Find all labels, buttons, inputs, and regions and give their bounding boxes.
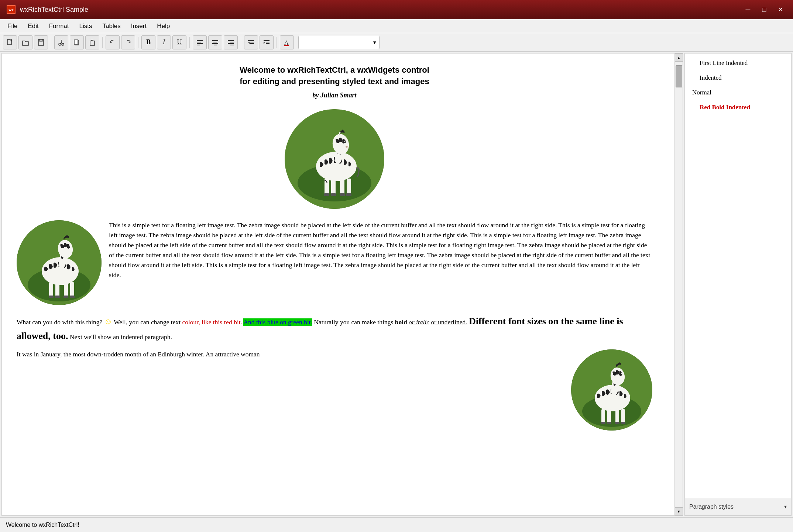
svg-point-55 (69, 246, 69, 247)
menu-edit[interactable]: Edit (23, 21, 43, 31)
undo-button[interactable] (106, 35, 120, 49)
svg-rect-43 (331, 179, 336, 195)
svg-marker-28 (248, 42, 250, 44)
style-normal[interactable]: Normal (692, 89, 784, 96)
styles-footer[interactable]: Paragraph styles ▾ (685, 498, 791, 515)
small-zebra-left (17, 220, 102, 305)
svg-rect-61 (55, 296, 60, 298)
editor-panel[interactable]: ▲ ▼ Welcome to wxRichTextCtrl, a wxWidge… (1, 53, 683, 516)
menu-help[interactable]: Help (152, 21, 174, 31)
menu-tables[interactable]: Tables (98, 21, 125, 31)
float-left-image (17, 220, 102, 305)
underline-button[interactable]: U (172, 35, 186, 49)
align-center-button[interactable] (208, 35, 222, 49)
center-image-container (17, 109, 652, 211)
styles-list: First Line Indented Indented Normal Red … (685, 53, 791, 498)
svg-rect-75 (607, 422, 611, 424)
svg-rect-59 (70, 282, 74, 297)
minimize-button[interactable]: ─ (741, 3, 755, 16)
editor-content[interactable]: Welcome to wxRichTextCtrl, a wxWidgets c… (2, 53, 674, 515)
bottom-section: It was in January, the most down-trodden… (17, 349, 652, 433)
indent-less-button[interactable] (244, 35, 258, 49)
style-dropdown[interactable]: ▾ (298, 36, 380, 49)
svg-rect-45 (347, 179, 351, 195)
styles-footer-label: Paragraph styles (689, 504, 734, 510)
what-pre-text: What can you do with this thing? (17, 318, 102, 326)
svg-text:A: A (284, 39, 289, 46)
svg-rect-77 (621, 422, 625, 424)
bold-word: bold (395, 318, 407, 326)
window-title: wxRichTextCtrl Sample (20, 6, 88, 14)
indent-more-button[interactable] (260, 35, 274, 49)
styles-panel: First Line Indented Indented Normal Red … (684, 53, 792, 516)
scroll-track[interactable] (675, 62, 683, 507)
svg-rect-9 (74, 40, 78, 44)
what-paragraph: What can you do with this thing? ☺ Well,… (17, 314, 652, 344)
svg-rect-10 (90, 41, 95, 45)
float-paragraph-text: This is a simple test for a floating lef… (17, 220, 652, 280)
separator-3 (138, 37, 138, 48)
scrollbar[interactable]: ▲ ▼ (674, 53, 683, 515)
menu-file[interactable]: File (3, 21, 22, 31)
italic-button[interactable]: I (157, 35, 171, 49)
svg-marker-11 (110, 41, 112, 43)
maximize-button[interactable]: □ (758, 3, 771, 16)
separator-6 (277, 37, 277, 48)
close-button[interactable]: ✕ (774, 3, 787, 16)
svg-rect-74 (601, 422, 605, 424)
title-line1: Welcome to wxRichTextCtrl, a wxWidgets c… (240, 65, 429, 75)
svg-point-69 (621, 373, 622, 374)
style-first-line-indented[interactable]: First Line Indented (692, 59, 784, 67)
save-button[interactable] (34, 35, 48, 49)
svg-rect-44 (340, 179, 344, 195)
svg-rect-72 (615, 409, 619, 423)
paste-button[interactable] (85, 35, 99, 49)
colour-text: colour, like this red bit. (182, 318, 242, 326)
svg-rect-46 (324, 193, 329, 196)
smiley-icon: ☺ (104, 317, 112, 326)
svg-rect-76 (615, 422, 619, 424)
align-right-button[interactable] (224, 35, 238, 49)
svg-rect-56 (49, 282, 53, 297)
window-controls: ─ □ ✕ (741, 3, 787, 16)
cut-button[interactable] (54, 35, 68, 49)
green-bg-text: And this blue on green bit. (243, 318, 312, 326)
small-zebra-right (571, 349, 652, 431)
italic-word: or italic (409, 318, 429, 326)
scroll-up-arrow[interactable]: ▲ (675, 53, 683, 62)
open-button[interactable] (18, 35, 32, 49)
align-left-button[interactable] (193, 35, 207, 49)
new-button[interactable] (3, 35, 17, 49)
copy-button[interactable] (70, 35, 84, 49)
style-indented[interactable]: Indented (700, 74, 784, 82)
document-title: Welcome to wxRichTextCtrl, a wxWidgets c… (17, 65, 652, 87)
svg-rect-48 (340, 193, 345, 196)
main-area: ▲ ▼ Welcome to wxRichTextCtrl, a wxWidge… (0, 52, 793, 517)
svg-rect-57 (55, 282, 59, 297)
svg-rect-58 (64, 282, 68, 297)
menu-insert[interactable]: Insert (127, 21, 151, 31)
statusbar: Welcome to wxRichTextCtrl! (0, 517, 793, 532)
font-color-button[interactable]: A (280, 35, 294, 49)
separator-5 (241, 37, 241, 48)
menu-format[interactable]: Format (45, 21, 73, 31)
status-text: Welcome to wxRichTextCtrl! (6, 522, 79, 528)
style-red-bold-indented[interactable]: Red Bold Indented (700, 104, 784, 111)
titlebar-left: wx wxRichTextCtrl Sample (6, 4, 88, 15)
next-text: Next we'll show an indented paragraph. (70, 333, 172, 341)
scroll-down-arrow[interactable]: ▼ (675, 507, 683, 515)
menu-lists[interactable]: Lists (75, 21, 97, 31)
bold-button[interactable]: B (141, 35, 155, 49)
redo-button[interactable] (121, 35, 135, 49)
styles-dropdown-arrow-icon: ▾ (784, 504, 787, 510)
separator-2 (102, 37, 103, 48)
wx-logo: wx (7, 5, 16, 14)
svg-marker-32 (264, 42, 265, 44)
svg-rect-73 (621, 409, 625, 423)
svg-marker-12 (128, 41, 130, 43)
svg-rect-70 (601, 409, 605, 423)
scroll-thumb[interactable] (676, 65, 682, 87)
underline-word: or underlined. (431, 318, 467, 326)
title-line2: for editing and presenting styled text a… (240, 77, 429, 86)
svg-rect-71 (607, 409, 611, 423)
